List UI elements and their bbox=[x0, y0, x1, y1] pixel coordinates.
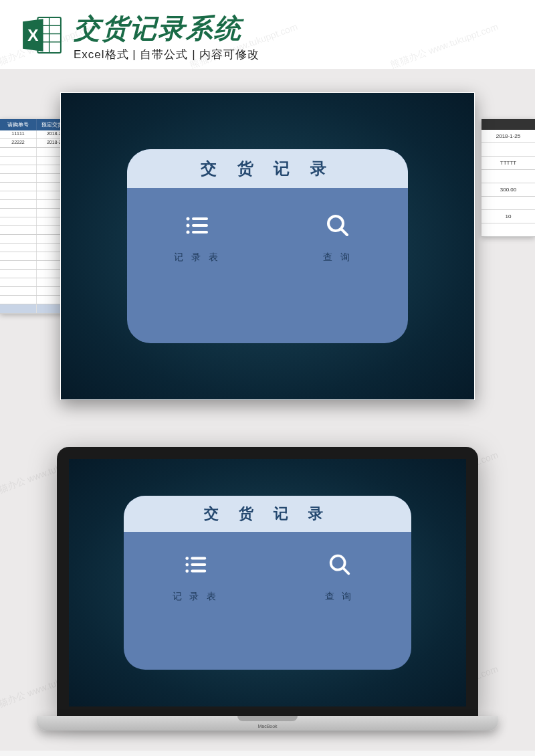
svg-point-14 bbox=[185, 557, 189, 560]
menu-item-records[interactable]: 记 录 表 bbox=[127, 211, 268, 343]
page-title: 交货记录系统 bbox=[74, 13, 515, 43]
svg-point-18 bbox=[185, 569, 189, 573]
menu-card: 交 货 记 录 bbox=[124, 496, 411, 670]
menu-item-search[interactable]: 查 询 bbox=[268, 211, 408, 343]
table-cell bbox=[481, 170, 535, 183]
header-text: 交货记录系统 Excel格式 | 自带公式 | 内容可修改 bbox=[74, 13, 515, 62]
menu-item-records[interactable]: 记 录 表 bbox=[124, 551, 268, 667]
list-icon bbox=[183, 211, 211, 240]
svg-rect-11 bbox=[192, 231, 208, 233]
laptop-mockup-area: 交 货 记 录 bbox=[0, 413, 535, 751]
menu-card: 交 货 记 录 记 bbox=[127, 149, 408, 343]
laptop-brand: MacBook bbox=[257, 724, 277, 729]
search-icon bbox=[324, 211, 352, 240]
search-icon bbox=[326, 551, 354, 579]
svg-point-8 bbox=[187, 224, 190, 227]
table-cell bbox=[481, 223, 535, 237]
main-preview-card: 交 货 记 录 记 bbox=[60, 92, 475, 400]
svg-rect-7 bbox=[192, 217, 208, 220]
menu-label: 记 录 表 bbox=[173, 591, 219, 603]
table-cell: 300.00 bbox=[481, 183, 535, 197]
svg-rect-9 bbox=[192, 224, 208, 227]
page-subtitle: Excel格式 | 自带公式 | 内容可修改 bbox=[74, 47, 515, 62]
table-cell: 2018-1-25 bbox=[481, 130, 535, 143]
menu-label: 记 录 表 bbox=[174, 252, 221, 264]
menu-item-search[interactable]: 查 询 bbox=[268, 551, 411, 667]
table-cell: 10 bbox=[481, 210, 535, 223]
page-root: 熊猫办公 www.tukuppt.com 熊猫办公 www.tukuppt.co… bbox=[0, 0, 535, 756]
excel-icon: X bbox=[20, 13, 64, 57]
table-cell bbox=[481, 197, 535, 210]
right-spreadsheet: 2018-1-25 TTTTT 300.00 10 bbox=[481, 119, 535, 237]
svg-text:X: X bbox=[27, 26, 39, 44]
page-header: X 交货记录系统 Excel格式 | 自带公式 | 内容可修改 bbox=[0, 0, 535, 69]
svg-line-13 bbox=[341, 229, 347, 235]
laptop-mockup: 交 货 记 录 bbox=[57, 447, 478, 731]
svg-rect-17 bbox=[191, 563, 206, 566]
svg-rect-15 bbox=[191, 557, 206, 560]
svg-rect-19 bbox=[191, 570, 206, 573]
card-title: 交 货 记 录 bbox=[127, 149, 408, 188]
laptop-base: MacBook bbox=[37, 716, 498, 731]
svg-point-10 bbox=[187, 231, 190, 234]
list-icon bbox=[182, 551, 210, 579]
table-cell: TTTTT bbox=[481, 157, 535, 170]
svg-point-6 bbox=[187, 217, 190, 221]
card-title: 交 货 记 录 bbox=[124, 496, 411, 532]
menu-label: 查 询 bbox=[325, 591, 354, 603]
svg-point-16 bbox=[185, 563, 189, 567]
table-cell: 22222 bbox=[0, 139, 37, 147]
menu-label: 查 询 bbox=[323, 252, 352, 264]
table-cell: 11111 bbox=[0, 130, 37, 138]
table-cell bbox=[481, 143, 535, 157]
preview-area: 请购单号 预定交货日 111112018-2-222222018-2- 2018… bbox=[0, 69, 535, 413]
svg-line-21 bbox=[342, 568, 348, 574]
laptop-screen: 交 货 记 录 bbox=[69, 459, 466, 706]
col-header: 请购单号 bbox=[0, 119, 37, 130]
